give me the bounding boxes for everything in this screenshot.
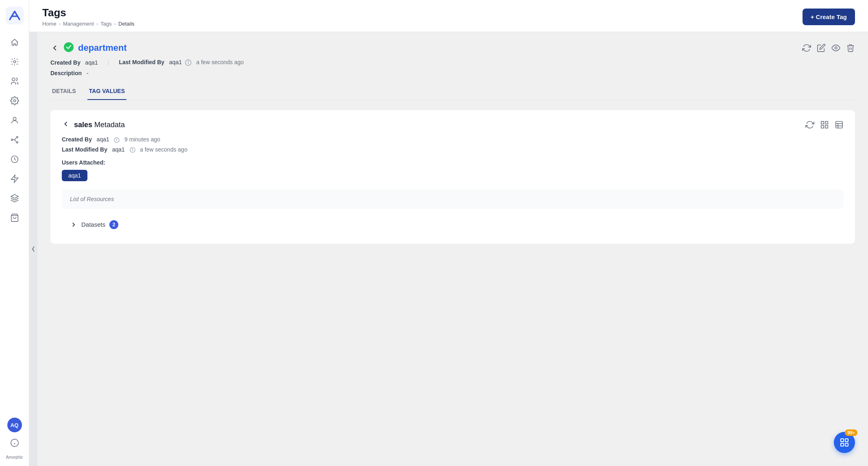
sidebar-item-lightning[interactable] xyxy=(7,171,23,187)
last-modified-value: aqa1 xyxy=(169,59,182,65)
svg-rect-18 xyxy=(821,121,824,124)
description-value: - xyxy=(87,70,89,76)
svg-point-5 xyxy=(11,139,13,141)
meta-row: Created By aqa1 | Last Modified By aqa1 … xyxy=(50,59,855,66)
tag-name: department xyxy=(78,43,127,53)
inner-created-row: Created By aqa1 9 minutes ago xyxy=(62,136,844,143)
datasets-chevron-icon xyxy=(70,221,77,228)
content-area: department xyxy=(29,32,868,466)
svg-rect-33 xyxy=(845,439,848,442)
svg-rect-0 xyxy=(6,7,24,24)
sidebar-item-connections[interactable] xyxy=(7,132,23,148)
inner-card-header: sales Metadata xyxy=(62,120,844,130)
sidebar-nav xyxy=(7,34,23,418)
inner-actions xyxy=(805,120,844,129)
inner-modified-row: Last Modified By aqa1 a few seconds ago xyxy=(62,146,844,153)
tabs: DETAILS TAG VALUES xyxy=(50,85,855,100)
sidebar-bottom: AQ Amorphic xyxy=(6,418,23,459)
tab-details[interactable]: DETAILS xyxy=(50,85,78,100)
inner-title-bold: sales xyxy=(74,121,92,129)
sidebar-item-profile[interactable] xyxy=(7,112,23,128)
inner-grid-icon[interactable] xyxy=(820,120,829,129)
avatar[interactable]: AQ xyxy=(7,418,22,432)
svg-rect-21 xyxy=(825,126,828,128)
inner-card-title: sales Metadata xyxy=(74,121,125,129)
svg-rect-22 xyxy=(836,121,843,128)
svg-point-3 xyxy=(13,100,16,102)
refresh-icon[interactable] xyxy=(802,43,811,52)
tag-status-icon xyxy=(63,42,74,54)
svg-rect-34 xyxy=(841,443,844,446)
create-tag-button[interactable]: + Create Tag xyxy=(803,9,855,25)
svg-rect-19 xyxy=(825,121,828,124)
datasets-row[interactable]: Datasets 2 xyxy=(62,215,844,234)
meta-separator: | xyxy=(108,59,109,66)
fab-button[interactable]: 99+ xyxy=(834,432,855,453)
resources-section: List of Resources xyxy=(62,189,844,209)
sidebar-item-users[interactable] xyxy=(7,73,23,89)
info-icon[interactable] xyxy=(7,436,22,450)
description-label: Description xyxy=(50,70,82,76)
inner-modified-time: a few seconds ago xyxy=(140,146,187,153)
users-section: Users Attached: aqa1 xyxy=(62,159,844,181)
svg-rect-32 xyxy=(841,439,844,442)
sidebar-item-home[interactable] xyxy=(7,34,23,50)
resources-label: List of Resources xyxy=(70,196,835,202)
app-logo[interactable] xyxy=(6,7,24,24)
main-area: Tags Home › Management › Tags › Details … xyxy=(29,0,868,466)
header-left: Tags Home › Management › Tags › Details xyxy=(42,7,135,27)
svg-point-1 xyxy=(13,61,16,63)
sidebar-item-settings[interactable] xyxy=(7,93,23,109)
inner-created-time-icon xyxy=(114,136,121,143)
svg-point-2 xyxy=(12,78,15,81)
sidebar-item-layers[interactable] xyxy=(7,190,23,206)
breadcrumb-tags[interactable]: Tags xyxy=(100,21,111,27)
collapse-panel-button[interactable] xyxy=(29,32,37,466)
breadcrumb-sep-3: › xyxy=(114,21,116,27)
created-by-value: aqa1 xyxy=(85,59,98,66)
svg-rect-20 xyxy=(821,126,824,128)
inner-card-title-row: sales Metadata xyxy=(62,120,125,130)
user-chip-aqa1[interactable]: aqa1 xyxy=(62,170,87,181)
description-row: Description - xyxy=(50,70,855,76)
edit-icon[interactable] xyxy=(817,43,826,52)
svg-point-14 xyxy=(835,47,837,49)
breadcrumb-home[interactable]: Home xyxy=(42,21,57,27)
inner-back-button[interactable] xyxy=(62,120,70,130)
page-title: Tags xyxy=(42,7,135,19)
top-header: Tags Home › Management › Tags › Details … xyxy=(29,0,868,32)
tag-header-left: department xyxy=(50,42,127,54)
created-by-label: Created By xyxy=(50,59,80,66)
inner-created-time: 9 minutes ago xyxy=(124,136,160,143)
breadcrumb-sep-1: › xyxy=(59,21,61,27)
fab-icon xyxy=(840,438,849,447)
svg-point-6 xyxy=(16,137,18,138)
inner-card: sales Metadata xyxy=(50,110,855,244)
breadcrumb-management[interactable]: Management xyxy=(63,21,94,27)
sidebar-item-bag[interactable] xyxy=(7,210,23,226)
inner-title-rest: Metadata xyxy=(92,121,125,129)
detail-panel: department xyxy=(37,32,868,466)
inner-created-label: Created By xyxy=(62,136,92,143)
fab-badge: 99+ xyxy=(845,429,857,436)
breadcrumb-details: Details xyxy=(118,21,135,27)
inner-modified-label: Last Modified By xyxy=(62,146,107,153)
visibility-icon[interactable] xyxy=(831,43,840,52)
svg-point-28 xyxy=(117,139,117,139)
inner-table-icon[interactable] xyxy=(835,120,844,129)
delete-icon[interactable] xyxy=(846,43,855,52)
svg-point-17 xyxy=(188,61,189,62)
sidebar-item-clock[interactable] xyxy=(7,151,23,167)
breadcrumb: Home › Management › Tags › Details xyxy=(42,21,135,27)
fab-container: 99+ xyxy=(834,432,855,453)
inner-refresh-icon[interactable] xyxy=(805,120,814,129)
sidebar: AQ Amorphic xyxy=(0,0,29,466)
modified-info-icon xyxy=(185,59,191,66)
tag-actions xyxy=(802,43,855,52)
inner-created-value: aqa1 xyxy=(97,136,109,143)
tab-tag-values[interactable]: TAG VALUES xyxy=(87,85,126,100)
svg-point-31 xyxy=(132,149,133,149)
sidebar-item-analytics[interactable] xyxy=(7,54,23,70)
back-button[interactable] xyxy=(50,43,59,52)
datasets-count-badge: 2 xyxy=(109,220,118,229)
